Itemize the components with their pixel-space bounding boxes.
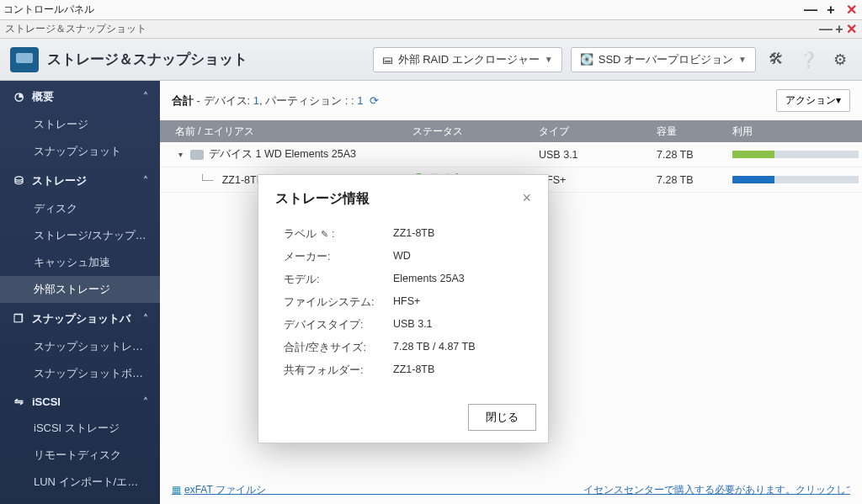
col-header-status[interactable]: ステータス <box>412 125 539 139</box>
summary-devices-label: - デバイス: <box>194 94 253 107</box>
sidebar-item-iscsi-storage[interactable]: iSCSI ストレージ <box>0 415 160 442</box>
expand-caret-icon[interactable]: ▾ <box>175 150 185 159</box>
sidebar: ◔概要 ˄ ストレージ スナップショット ⛁ストレージ ˄ ディスク ストレージ… <box>0 81 160 504</box>
modal-title: ストレージ情報 <box>275 190 370 208</box>
device-icon <box>190 150 204 160</box>
chevron-up-icon: ˄ <box>143 175 148 187</box>
info-model-label: モデル: <box>284 273 393 287</box>
device-row[interactable]: ▾ デバイス 1 WD Elements 25A3 USB 3.1 7.28 T… <box>160 142 862 167</box>
sidebar-item-lun-import-export[interactable]: LUN インポート/エクスポ <box>0 469 160 496</box>
sidebar-item-disk[interactable]: ディスク <box>0 195 160 222</box>
table-header: 名前 / エイリアス ステータス タイプ 容量 利用 <box>160 120 862 142</box>
help-icon[interactable]: ❔ <box>796 48 820 72</box>
inner-close-button[interactable]: ✕ <box>846 22 857 36</box>
app-icon <box>10 47 39 72</box>
col-header-name[interactable]: 名前 / エイリアス <box>160 125 412 139</box>
chevron-up-icon: ˄ <box>143 396 148 408</box>
info-sharedfolder-value: ZZ1-8TB <box>393 363 434 378</box>
close-button[interactable]: ✕ <box>843 2 859 18</box>
gear-icon[interactable]: ⚙ <box>828 48 852 72</box>
sidebar-item-overview-storage[interactable]: ストレージ <box>0 111 160 138</box>
summary-partitions-count: 1 <box>357 94 363 107</box>
ssd-overprovision-label: SSD オーバープロビジョン <box>599 52 733 67</box>
license-icon: ▦ <box>172 484 181 496</box>
info-size-label: 合計/空きサイズ: <box>284 341 393 355</box>
minimize-button[interactable]: — <box>803 3 818 18</box>
sidebar-section-label: ストレージ <box>32 174 87 187</box>
sidebar-section-overview[interactable]: ◔概要 ˄ <box>0 81 160 111</box>
info-sharedfolder-label: 共有フォルダー: <box>284 363 393 378</box>
external-raid-dropdown[interactable]: 🖴 外部 RAID エンクロージャー ▼ <box>373 47 562 72</box>
tree-line-icon: └─ <box>199 174 214 186</box>
info-devicetype-label: デバイスタイプ: <box>284 318 393 332</box>
info-maker-value: WD <box>393 250 411 264</box>
device-type: USB 3.1 <box>539 149 657 161</box>
info-filesystem-label: ファイルシステム: <box>284 295 393 310</box>
modal-close-button[interactable]: 閉じる <box>468 404 536 431</box>
partition-usage-bar <box>732 176 859 183</box>
action-dropdown[interactable]: アクション▾ <box>776 89 850 112</box>
storage-window-titlebar: ストレージ＆スナップショット — + ✕ <box>0 20 862 39</box>
modal-close-icon[interactable]: × <box>522 190 531 205</box>
sidebar-section-label: iSCSI <box>32 395 61 408</box>
info-model-value: Elements 25A3 <box>393 273 465 287</box>
sidebar-item-external-storage[interactable]: 外部ストレージ <box>0 276 160 303</box>
summary-devices-count: 1 <box>253 94 259 107</box>
chevron-down-icon: ▼ <box>545 55 553 64</box>
ssd-overprovision-dropdown[interactable]: 💽 SSD オーバープロビジョン ▼ <box>571 47 756 72</box>
footer-link-suffix: イセンスセンターで購入する必要があります。クリックしてすぐに購入してください。 <box>583 484 850 496</box>
refresh-icon[interactable]: ⟳ <box>370 94 379 107</box>
info-devicetype-value: USB 3.1 <box>393 318 433 332</box>
sidebar-item-overview-snapshot[interactable]: スナップショット <box>0 138 160 165</box>
col-header-usage[interactable]: 利用 <box>732 125 862 139</box>
sidebar-section-snapshot-backup[interactable]: ❐スナップショットバ ˄ <box>0 303 160 333</box>
sidebar-item-storage-snapshot[interactable]: ストレージ/スナップショ <box>0 222 160 249</box>
info-label-label: ラベル <box>284 228 317 240</box>
chevron-up-icon: ˄ <box>143 91 148 103</box>
info-label-value: ZZ1-8TB <box>393 227 434 241</box>
chevron-down-icon: ▼ <box>738 55 747 64</box>
tools-icon[interactable]: 🛠 <box>764 48 788 72</box>
device-capacity: 7.28 TB <box>657 149 732 161</box>
ssd-icon: 💽 <box>580 53 593 66</box>
sidebar-item-snapshot-replica[interactable]: スナップショットレプリカ <box>0 333 160 360</box>
info-filesystem-value: HFS+ <box>393 295 420 310</box>
chevron-up-icon: ˄ <box>143 313 148 325</box>
inner-maximize-button[interactable]: + <box>835 22 843 36</box>
snapshot-icon: ❐ <box>12 312 25 325</box>
col-header-capacity[interactable]: 容量 <box>657 125 732 139</box>
control-panel-titlebar: コントロールパネル — + ✕ <box>0 0 862 20</box>
app-header: ストレージ＆スナップショット 🖴 外部 RAID エンクロージャー ▼ 💽 SS… <box>0 39 862 81</box>
summary-bar: 合計 - デバイス: 1, パーティション : : 1 ⟳ アクション▾ <box>160 81 862 120</box>
iscsi-icon: ⇋ <box>12 395 25 408</box>
sidebar-section-storage[interactable]: ⛁ストレージ ˄ <box>0 165 160 195</box>
sidebar-item-snapshot-vault[interactable]: スナップショットボールト <box>0 360 160 387</box>
info-size-value: 7.28 TB / 4.87 TB <box>393 341 476 355</box>
partition-type: HFS+ <box>539 174 657 186</box>
raid-icon: 🖴 <box>382 53 393 66</box>
sidebar-section-iscsi[interactable]: ⇋iSCSI ˄ <box>0 387 160 415</box>
maximize-button[interactable]: + <box>823 3 838 18</box>
sidebar-item-cache-accel[interactable]: キャッシュ加速 <box>0 249 160 276</box>
storage-window-title: ストレージ＆スナップショット <box>5 22 146 36</box>
summary-partitions-label: , パーティション : : <box>259 94 357 107</box>
partition-capacity: 7.28 TB <box>657 174 732 186</box>
device-usage-bar <box>732 151 859 158</box>
inner-minimize-button[interactable]: — <box>819 22 833 36</box>
col-header-type[interactable]: タイプ <box>539 125 657 139</box>
footer-link-prefix: exFAT ファイルシ <box>184 484 266 496</box>
sidebar-item-remote-disk[interactable]: リモートディスク <box>0 442 160 469</box>
sidebar-section-label: スナップショットバ <box>32 312 130 325</box>
info-maker-label: メーカー: <box>284 250 393 264</box>
sidebar-section-label: 概要 <box>32 90 54 103</box>
control-panel-title: コントロールパネル <box>3 3 94 17</box>
app-title: ストレージ＆スナップショット <box>47 50 247 69</box>
device-name: デバイス 1 WD Elements 25A3 <box>209 147 356 162</box>
storage-info-modal: ストレージ情報 × ラベル ✎ :ZZ1-8TB メーカー:WD モデル:Ele… <box>258 174 549 443</box>
exfat-license-link[interactable]: ▦exFAT ファイルシ イセンスセンターで購入する必要があります。クリックして… <box>172 483 850 497</box>
external-raid-label: 外部 RAID エンクロージャー <box>398 52 540 67</box>
overview-icon: ◔ <box>12 90 25 103</box>
summary-total-label: 合計 <box>172 94 194 107</box>
storage-icon: ⛁ <box>12 174 25 187</box>
edit-icon[interactable]: ✎ <box>321 229 328 239</box>
